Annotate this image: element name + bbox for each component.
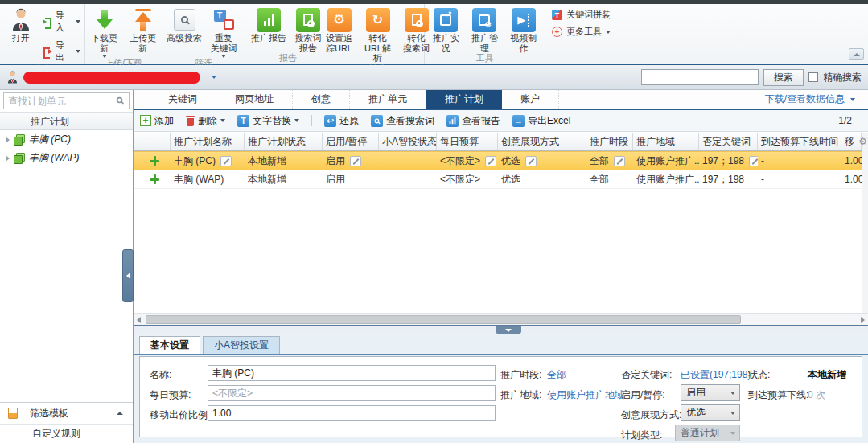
- expand-arrow-icon[interactable]: [6, 155, 10, 162]
- table-horizontal-scrollbar[interactable]: [134, 313, 868, 325]
- tab-xiao-a-settings[interactable]: 小A智投设置: [203, 336, 280, 354]
- keyword-assemble-button[interactable]: 关键词拼装: [552, 9, 611, 21]
- header-region[interactable]: 推广地域: [633, 133, 699, 150]
- name-input[interactable]: [208, 365, 496, 381]
- edit-icon[interactable]: [350, 156, 361, 166]
- promo-live-icon: [434, 8, 458, 32]
- region-value-link[interactable]: 使用账户推广地域: [547, 388, 624, 402]
- advanced-search-button[interactable]: 高级搜索: [167, 6, 202, 43]
- scrollbar-thumb[interactable]: [146, 315, 741, 324]
- group-label-report: 报告: [249, 53, 327, 64]
- view-report-button[interactable]: 查看报告: [446, 114, 500, 128]
- custom-rules-item[interactable]: 自定义规则: [0, 424, 133, 443]
- promo-report-button[interactable]: 推广报告: [251, 6, 286, 43]
- tab-account[interactable]: 账户: [502, 90, 559, 109]
- table-vertical-scrollbar[interactable]: [862, 133, 868, 313]
- text-replace-icon: [237, 115, 249, 127]
- header-offline-time[interactable]: 到达预算下线时间: [758, 133, 841, 150]
- sidebar-search-icon[interactable]: [117, 97, 123, 104]
- creative-display-select[interactable]: 优选: [681, 404, 740, 421]
- import-button[interactable]: 导入: [43, 10, 80, 34]
- tab-basic-settings[interactable]: 基本设置: [139, 336, 200, 354]
- account-avatar[interactable]: [6, 71, 19, 84]
- duplicate-keywords-icon: [213, 9, 235, 31]
- splitter-collapse-button[interactable]: [496, 326, 521, 334]
- promo-manage-button[interactable]: 推广管理: [467, 6, 501, 53]
- download-update-button[interactable]: 下载更新: [88, 6, 121, 58]
- scroll-left-arrow[interactable]: [137, 317, 141, 323]
- upload-update-button[interactable]: 上传更新: [126, 6, 160, 53]
- cell-schedule: 全部: [590, 154, 609, 168]
- custom-rules-label: 自定义规则: [32, 427, 80, 441]
- enable-pause-select[interactable]: 启用: [681, 384, 740, 401]
- edit-icon[interactable]: [220, 156, 232, 166]
- panel-splitter[interactable]: [134, 325, 868, 334]
- search-term-report-button[interactable]: 搜索词 报告: [291, 6, 325, 53]
- table-row[interactable]: 丰胸 (WAP) 本地新增 启用 <不限定> 优选 全部 使用账户推广... 1…: [134, 170, 862, 189]
- video-maker-button[interactable]: 视频制作: [507, 6, 541, 53]
- header-plan-status[interactable]: 推广计划状态: [245, 133, 323, 150]
- duplicate-keywords-button[interactable]: 重复 关键词: [207, 6, 241, 58]
- restore-button[interactable]: 还原: [324, 114, 359, 128]
- tab-promo-plans[interactable]: 推广计划: [426, 90, 502, 109]
- header-plan-name[interactable]: 推广计划名称: [171, 133, 245, 150]
- header-creative-display[interactable]: 创意展现方式: [498, 133, 586, 150]
- conversion-url-parse-label: 转化 URL解析: [361, 33, 395, 64]
- search-term-report-label: 搜索词 报告: [295, 33, 322, 53]
- export-excel-button[interactable]: 导出Excel: [512, 114, 570, 128]
- advanced-search-label: 高级搜索: [167, 33, 202, 43]
- expand-arrow-icon[interactable]: [6, 137, 10, 143]
- plan-unit-search-input[interactable]: [3, 92, 130, 109]
- user-person-icon: [10, 8, 31, 31]
- delete-button[interactable]: 删除: [186, 114, 225, 128]
- tree-item-plan-pc[interactable]: 丰胸 (PC): [0, 130, 133, 149]
- account-dropdown-arrow[interactable]: [212, 76, 216, 79]
- header-xiao-a-status[interactable]: 小A智投状态: [379, 133, 437, 150]
- video-maker-label: 视频制作: [507, 33, 541, 53]
- tab-promo-units[interactable]: 推广单元: [350, 90, 426, 109]
- tab-web-address[interactable]: 网页地址: [216, 90, 293, 109]
- open-account-button[interactable]: 打开: [4, 6, 38, 43]
- download-view-data-link[interactable]: 下载/查看数据信息: [765, 90, 868, 109]
- global-search-input[interactable]: [641, 69, 759, 85]
- tab-keywords[interactable]: 关键词: [150, 90, 216, 109]
- sidebar: 推广计划 丰胸 (PC) 丰胸 (WAP) 筛选模板 自定义规则: [0, 90, 134, 443]
- more-tools-icon: [552, 27, 562, 37]
- negative-keywords-value-link[interactable]: 已设置(197;198): [681, 368, 751, 382]
- add-button[interactable]: 添加: [140, 114, 174, 128]
- header-schedule[interactable]: 推广时段: [586, 133, 633, 150]
- header-negative-keywords[interactable]: 否定关键词: [699, 133, 758, 150]
- conversion-url-parse-button[interactable]: 转化 URL解析: [361, 6, 395, 64]
- text-replace-button[interactable]: 文字替换: [237, 114, 299, 128]
- search-button[interactable]: 搜索: [763, 69, 804, 86]
- mobile-ratio-input[interactable]: [208, 405, 496, 421]
- export-button[interactable]: 导出: [43, 39, 80, 64]
- edit-icon[interactable]: [525, 156, 537, 166]
- column-settings-gear-icon[interactable]: [858, 136, 867, 147]
- promo-live-button[interactable]: 推广实况: [429, 6, 463, 53]
- budget-input[interactable]: [208, 385, 496, 401]
- detail-panel: 基本设置 小A智投设置 名称: 每日预算: 移动出价比例: 推广时段: 全部 推…: [134, 334, 868, 443]
- edit-icon[interactable]: [614, 156, 625, 166]
- cell-region: 使用账户推广...: [633, 170, 699, 188]
- collapse-up-arrow[interactable]: [117, 412, 123, 415]
- set-tracking-url-button[interactable]: 设置追 踪URL: [323, 6, 356, 53]
- table-row[interactable]: 丰胸 (PC) 本地新增 启用 <不限定> 优选 全部 使用账户推广.. 197…: [134, 151, 862, 170]
- trash-icon: [186, 115, 195, 126]
- more-tools-button[interactable]: 更多工具: [552, 26, 611, 38]
- scroll-right-arrow[interactable]: [861, 317, 865, 323]
- sidebar-collapse-handle[interactable]: [122, 249, 134, 302]
- ribbon-collapse-button[interactable]: [849, 48, 864, 60]
- tab-creatives[interactable]: 创意: [293, 90, 350, 109]
- filter-template-section[interactable]: 筛选模板: [0, 402, 133, 424]
- schedule-value-link[interactable]: 全部: [547, 368, 566, 382]
- tree-item-plan-wap[interactable]: 丰胸 (WAP): [0, 149, 133, 167]
- edit-icon[interactable]: [749, 156, 758, 166]
- view-search-terms-button[interactable]: 查看搜索词: [371, 114, 434, 128]
- set-tracking-url-label: 设置追 踪URL: [326, 33, 352, 53]
- exact-search-checkbox[interactable]: [808, 72, 818, 82]
- header-enable-pause[interactable]: 启用/暂停: [323, 133, 379, 150]
- open-label: 打开: [12, 33, 30, 43]
- edit-icon[interactable]: [485, 156, 496, 166]
- header-daily-budget[interactable]: 每日预算: [437, 133, 498, 150]
